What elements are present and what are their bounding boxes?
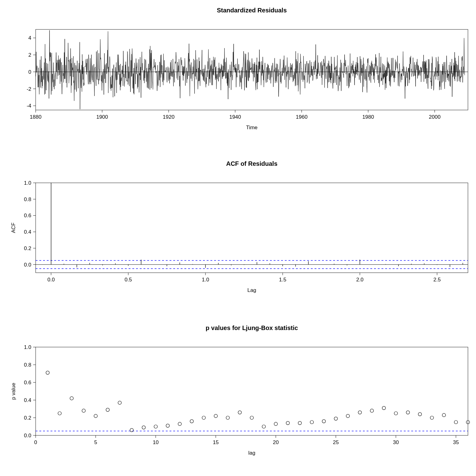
svg-text:30: 30 [393,439,399,445]
svg-text:0.8: 0.8 [24,196,31,202]
svg-text:4: 4 [29,35,31,41]
svg-text:0.6: 0.6 [24,213,31,218]
svg-text:1980: 1980 [362,114,374,120]
pvalue-point [286,421,289,425]
pvalue-point [274,422,278,425]
pvalue-point [262,425,266,428]
diagnostics-figure: Standardized Residuals188019001920194019… [0,0,476,476]
svg-text:1880: 1880 [30,114,42,120]
pvalue-point [214,414,218,418]
svg-text:lag: lag [248,450,255,456]
svg-text:ACF: ACF [11,223,16,233]
pvalue-point [298,421,302,425]
svg-text:15: 15 [213,439,219,445]
pvalue-point [406,411,410,414]
pvalue-point [310,421,314,424]
svg-text:0.0: 0.0 [47,277,55,283]
pvalue-point [334,417,337,420]
svg-text:2: 2 [29,52,31,58]
pvalue-point [358,411,362,414]
pvalue-point [142,426,145,429]
svg-rect-29 [36,183,468,273]
svg-text:1920: 1920 [163,114,174,120]
pvalue-point [250,416,253,420]
residuals-series [36,30,465,109]
svg-text:0: 0 [34,439,37,445]
acf-plot: ACF of Residuals0.00.51.01.52.02.50.00.2… [11,160,468,293]
svg-text:-4: -4 [27,103,31,109]
pvalue-point [394,412,398,415]
pvalue-point [154,425,157,428]
pvalue-point [226,416,230,420]
svg-text:Standardized Residuals: Standardized Residuals [217,7,287,14]
pvalue-point [454,421,458,424]
svg-text:1960: 1960 [296,114,308,120]
residuals-plot: Standardized Residuals188019001920194019… [27,7,468,130]
svg-text:1.0: 1.0 [24,344,31,350]
pvalue-point [370,409,374,412]
svg-text:1900: 1900 [96,114,108,120]
svg-text:2.0: 2.0 [356,277,364,283]
svg-text:2.5: 2.5 [434,277,441,283]
pvalue-point [70,397,73,400]
pvalue-point [322,420,326,423]
svg-text:0.6: 0.6 [24,380,31,386]
pvalue-point [238,411,241,414]
svg-text:0: 0 [29,69,31,75]
svg-text:0.4: 0.4 [24,397,31,403]
svg-text:2000: 2000 [429,114,441,120]
pvalue-point [178,422,182,425]
svg-text:1.0: 1.0 [24,180,31,186]
pvalue-point [442,413,446,417]
svg-text:0.4: 0.4 [24,229,31,235]
svg-text:0.8: 0.8 [24,362,31,368]
pvalue-point [130,428,134,432]
svg-text:25: 25 [333,439,339,445]
pvalue-point [118,401,121,404]
svg-text:0.2: 0.2 [24,245,31,251]
pvalue-point [106,408,109,412]
pvalue-point [190,420,193,423]
pvalue-point [46,371,49,374]
svg-text:p value: p value [11,383,16,400]
pvalue-point [202,416,205,420]
svg-text:20: 20 [273,439,279,445]
svg-text:0.0: 0.0 [24,262,31,268]
svg-text:Time: Time [246,125,258,130]
svg-text:-2: -2 [27,86,31,92]
pvalue-point [346,414,350,418]
svg-text:35: 35 [453,439,459,445]
svg-text:0.2: 0.2 [24,415,31,421]
svg-rect-58 [36,347,468,435]
pvalue-point [418,412,422,416]
svg-text:1.0: 1.0 [202,277,209,283]
svg-text:0.5: 0.5 [125,277,132,283]
svg-text:5: 5 [94,439,97,445]
pvalue-point [94,414,97,418]
svg-text:10: 10 [153,439,159,445]
pvalue-point [166,424,170,427]
pvalue-point [58,412,61,415]
svg-text:Lag: Lag [247,287,256,293]
svg-text:p values for Ljung-Box statist: p values for Ljung-Box statistic [206,324,298,331]
pvalue-point [430,416,434,420]
ljungbox-plot: p values for Ljung-Box statistic05101520… [11,324,470,456]
svg-text:0.0: 0.0 [24,433,31,439]
pvalue-point [382,406,386,410]
svg-text:1.5: 1.5 [279,277,286,283]
svg-text:1940: 1940 [229,114,241,120]
svg-text:ACF of Residuals: ACF of Residuals [226,160,278,167]
pvalue-point [82,409,86,412]
